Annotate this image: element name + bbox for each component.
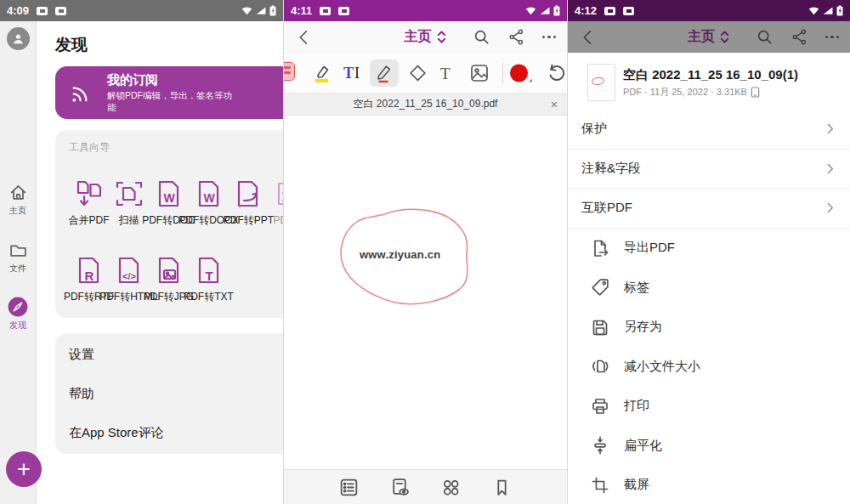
avatar[interactable] [7,27,30,50]
review-row[interactable]: 在App Store评论 [69,413,283,452]
battery-icon [836,5,843,16]
page-title: 发现 [55,34,283,56]
document-header: 空白 2022_11_25 16_10_09(1) PDF · 11月 25, … [568,60,850,110]
action-tags[interactable]: 标签 [568,268,850,308]
compass-icon [8,297,28,317]
text-tool[interactable]: T [440,65,450,81]
panel-discover: 4:09 主页 文件 [0,0,283,504]
home-selector[interactable]: 主页 [405,28,447,46]
tool-label: 合并PDF [69,213,110,228]
wifi-icon [241,6,252,15]
search-icon[interactable] [756,28,774,46]
bookmark-icon[interactable] [491,477,513,498]
comment-tool-icon[interactable] [283,62,295,81]
image-icon [468,62,490,84]
panel-editor: 4:11 主页 [283,0,567,504]
action-save-as[interactable]: 另存为 [568,308,850,348]
screenshot-icon [590,475,610,496]
flatten-icon [590,435,610,456]
discover-content: 发现 我的订阅 解锁PDF编辑，导出，签名等功能 工具向导 合并PDF [37,21,283,504]
merge-pdf-icon [72,177,106,211]
add-file-button[interactable]: + [6,451,42,487]
menu-row-protect[interactable]: 保护 [568,110,850,150]
tool-pdf-convert-partial[interactable]: PDF转 [269,177,283,228]
back-icon[interactable] [295,28,314,47]
document-meta: PDF · 11月 25, 2022 · 3.31KB [623,86,747,99]
text-edit-tool[interactable]: TI [343,65,360,81]
help-label: 帮助 [69,386,94,402]
outline-list-icon[interactable] [338,477,360,498]
chevron-right-icon [823,122,837,136]
eraser-tool[interactable] [407,62,428,83]
color-swatch-red[interactable] [510,64,528,82]
sidebar-item-files[interactable]: 文件 [0,241,36,275]
action-flatten[interactable]: 扁平化 [568,426,850,466]
overflow-menu-icon[interactable] [542,36,557,39]
share-icon[interactable] [507,28,525,46]
signal-icon [540,6,550,15]
menu-row-connected-pdf[interactable]: 互联PDF [568,189,850,229]
action-screenshot[interactable]: 截屏 [568,466,850,504]
nav-title: 主页 [405,28,432,46]
highlighter-icon [311,62,333,84]
wifi-icon [525,6,536,15]
action-print[interactable]: 打印 [568,387,850,427]
action-export-pdf[interactable]: 导出PDF [568,229,850,269]
image-tool[interactable] [468,62,490,84]
battery-icon [269,5,276,16]
print-icon [590,396,610,416]
signal-icon [256,6,266,15]
nav-title: 主页 [688,28,715,46]
close-tab-icon[interactable]: × [551,93,558,115]
document-tab-filename[interactable]: 空白 2022_11_25 16_10_09.pdf [354,97,498,111]
sidebar-item-label: 主页 [9,205,26,217]
status-bar: 4:09 [0,0,283,21]
action-label: 标签 [624,280,649,296]
annotation-toolbar: TI T [284,53,567,93]
review-label: 在App Store评论 [69,425,164,441]
nav-bar-dimmed: 主页 [568,21,850,53]
sidebar-item-label: 文件 [9,263,26,275]
sidebar-item-discover[interactable]: 发现 [0,297,36,331]
tool-pdf-to-txt[interactable]: T PDF转TXT [189,253,229,304]
tools-row-1: 合并PDF 扫描 W PDF转DOC W PDF转DOCX [69,177,283,228]
pdf-to-txt-icon: T [192,253,226,287]
help-row[interactable]: 帮助 [69,374,283,413]
menu-row-label: 注释&字段 [581,161,641,177]
pdf-to-html-icon: </> [112,253,146,287]
action-label: 打印 [624,398,649,414]
home-selector[interactable]: 主页 [688,28,730,46]
subscription-rss-icon [67,79,95,107]
undo-button[interactable] [546,63,566,83]
tool-pdf-to-jpg[interactable]: PDF转JPG [149,253,189,304]
share-icon[interactable] [790,28,808,46]
document-title: 空白 2022_11_25 16_10_09(1) [623,67,798,83]
subscription-card[interactable]: 我的订阅 解锁PDF编辑，导出，签名等功能 [55,66,283,119]
notification-icon [604,7,615,15]
screen: 4:09 主页 文件 [0,0,850,504]
overflow-menu-icon[interactable] [825,36,840,39]
pencil-icon [374,63,394,83]
menu-row-annotations-fields[interactable]: 注释&字段 [568,150,850,190]
svg-text:W: W [203,191,215,205]
sidebar-item-home[interactable]: 主页 [0,183,36,217]
back-icon[interactable] [579,28,598,47]
settings-row[interactable]: 设置 [69,335,283,374]
status-time: 4:12 [575,4,597,17]
highlighter-tool[interactable] [311,62,333,84]
view-mode-icon[interactable] [389,477,411,498]
search-icon[interactable] [473,28,490,46]
text-edit-T: T [343,65,354,82]
reduce-file-size-icon [590,356,610,377]
tool-merge-pdf[interactable]: 合并PDF [69,177,109,228]
tool-pdf-to-ppt[interactable]: PDF转PPT [229,177,269,228]
action-label: 导出PDF [624,240,675,256]
menu-row-label: 保护 [581,121,607,137]
pencil-tool-selected[interactable] [370,59,399,87]
action-reduce-file-size[interactable]: 减小文件大小 [568,347,850,387]
thumbnails-grid-icon[interactable] [440,477,462,498]
subscription-subtitle: 解锁PDF编辑，导出，签名等功能 [107,90,239,113]
pdf-canvas[interactable]: www.ziyuan.cn [284,116,567,469]
panel-doc-menu: 4:12 主页 [567,0,850,504]
toolbar-divider [502,63,503,83]
